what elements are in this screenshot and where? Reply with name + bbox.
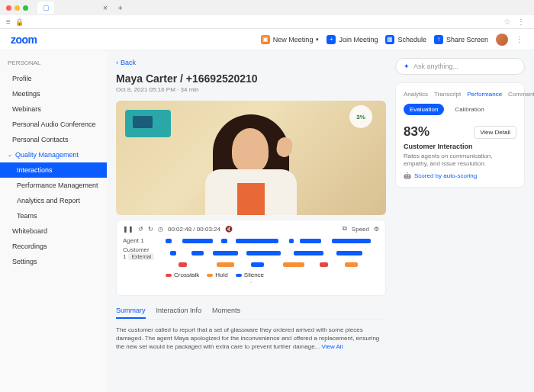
close-traffic-light[interactable] [6, 5, 11, 11]
panel-tab-analytics[interactable]: Analytics [404, 91, 428, 98]
panel-tab-performance[interactable]: Performance [467, 91, 502, 98]
pip-icon[interactable]: ⧉ [343, 225, 347, 233]
sidebar-item-quality-mgmt[interactable]: ⌄ Quality Management [0, 147, 107, 162]
track-agent-bars[interactable] [166, 239, 379, 243]
pill-evaluation[interactable]: Evaluation [404, 104, 444, 115]
track-customer-label: Customer 1External [123, 246, 161, 260]
auto-scoring-note: 🤖 Scored by auto-scoring [404, 172, 516, 179]
browser-menu-icon[interactable]: ⋮ [517, 18, 525, 26]
bookmark-star-icon[interactable]: ☆ [503, 17, 511, 27]
track-agent-label: Agent 1 [123, 237, 161, 244]
tab-moments[interactable]: Moments [212, 304, 240, 319]
new-tab-icon[interactable]: + [118, 4, 123, 12]
browser-tab[interactable]: ▢ [37, 2, 54, 14]
ask-input[interactable]: ✦ Ask anything... [395, 58, 525, 75]
agent-figure [205, 114, 297, 215]
max-traffic-light[interactable] [23, 5, 28, 11]
new-meeting-label: New Meeting [273, 36, 314, 43]
audio-player: ❚❚ ↺ ↻ ◷ 00:02:48 / 00:03:24 🔇 ⧉ Speed ⚙… [116, 220, 386, 296]
new-meeting-button[interactable]: ▣ New Meeting ▾ [261, 35, 320, 44]
min-traffic-light[interactable] [14, 5, 20, 11]
collapse-icon[interactable]: ⌃ [123, 281, 379, 288]
decor-card [125, 110, 171, 137]
sidebar-item-meetings[interactable]: Meetings [0, 86, 107, 101]
chevron-down-icon: ⌄ [8, 152, 12, 158]
sidebar-item-contacts[interactable]: Personal Contacts [0, 132, 107, 147]
track-customer-bars[interactable] [166, 251, 379, 255]
settings-icon[interactable]: ⚙ [374, 226, 379, 233]
browser-chrome: ▢ × + [0, 0, 534, 15]
track-events-bars[interactable] [166, 262, 379, 267]
sidebar-item-recordings[interactable]: Recordings [0, 239, 107, 254]
view-detail-button[interactable]: View Detail [474, 126, 516, 139]
schedule-button[interactable]: ▦ Schedule [385, 35, 426, 44]
zoom-logo[interactable]: zoom [11, 34, 37, 46]
back-link[interactable]: ‹ Back [116, 59, 136, 66]
detail-tabs: Summary Interaction Info Moments [116, 304, 386, 320]
chevron-left-icon: ‹ [116, 59, 118, 66]
sidebar-item-interactions[interactable]: Interactions [0, 162, 107, 178]
forward-icon[interactable]: ↻ [148, 226, 153, 233]
robot-icon: 🤖 [404, 172, 411, 179]
sidebar-item-settings[interactable]: Settings [0, 254, 107, 269]
ask-placeholder: Ask anything... [413, 63, 458, 70]
share-screen-label: Share Screen [446, 36, 488, 43]
sidebar-item-whiteboard[interactable]: Whiteboard [0, 223, 107, 239]
summary-text: The customer called to report that a set… [116, 326, 386, 352]
sidebar: PERSONAL Profile Meetings Webinars Perso… [0, 50, 107, 392]
video-icon: ▣ [261, 35, 270, 44]
lock-icon: 🔒 [15, 18, 24, 26]
volume-icon[interactable]: 🔇 [225, 226, 233, 233]
share-icon: ↑ [434, 35, 443, 44]
sidebar-item-audio-conf[interactable]: Personal Audio Conference [0, 117, 107, 132]
join-meeting-label: Join Meeting [339, 36, 378, 43]
sidebar-item-perf-mgmt[interactable]: Performance Management [0, 178, 107, 193]
address-bar[interactable]: ≡ 🔒 ☆ ⋮ [0, 15, 534, 29]
sidebar-item-analytics[interactable]: Analytics and Report [0, 193, 107, 208]
legend-hold: Hold [207, 272, 227, 278]
tab-close-icon[interactable]: × [103, 4, 108, 12]
performance-panel: Analytics Transcript Performance Comment… [395, 82, 525, 188]
plus-icon: + [327, 35, 336, 44]
view-all-link[interactable]: View All [322, 343, 343, 350]
user-avatar[interactable] [496, 34, 508, 46]
sidebar-item-webinars[interactable]: Webinars [0, 101, 107, 117]
video-thumbnail[interactable]: 3% [116, 101, 386, 215]
score-title: Customer Interaction [404, 143, 516, 150]
speed-button[interactable]: Speed [352, 226, 369, 233]
legend-crosstalk: Crosstalk [166, 272, 199, 278]
pill-calibration[interactable]: Calibration [449, 104, 490, 115]
legend-silence: Silence [236, 272, 264, 278]
score-value: 83% [404, 124, 429, 140]
header-menu-icon[interactable]: ⋮ [516, 35, 523, 43]
pause-icon[interactable]: ❚❚ [123, 226, 134, 233]
nav-menu-icon[interactable]: ≡ [6, 18, 11, 26]
sidebar-item-profile[interactable]: Profile [0, 71, 107, 86]
interaction-title: Maya Carter / +16692520210 [116, 72, 386, 85]
tab-summary[interactable]: Summary [116, 304, 146, 319]
chevron-down-icon: ▾ [316, 37, 319, 43]
back-label: Back [121, 59, 136, 66]
external-badge: External [128, 253, 154, 260]
rewind-icon[interactable]: ↺ [138, 226, 143, 233]
sidebar-section-label: PERSONAL [0, 58, 107, 68]
sparkle-icon: ✦ [404, 63, 410, 70]
score-desc: Rates agents on communication, empathy, … [404, 153, 516, 169]
calendar-icon: ▦ [385, 35, 394, 44]
share-screen-button[interactable]: ↑ Share Screen [434, 35, 488, 44]
join-meeting-button[interactable]: + Join Meeting [327, 35, 378, 44]
tab-interaction-info[interactable]: Interaction Info [156, 304, 202, 319]
panel-tab-transcript[interactable]: Transcript [434, 91, 461, 98]
interaction-meta: Oct 8, 2021 05:16 PM · 34 min [116, 86, 386, 93]
clock-icon[interactable]: ◷ [158, 226, 163, 233]
schedule-label: Schedule [397, 36, 426, 43]
sidebar-item-teams[interactable]: Teams [0, 208, 107, 223]
panel-tab-comments[interactable]: Comments [508, 91, 534, 98]
qm-label: Quality Management [15, 151, 79, 159]
playback-time: 00:02:48 / 00:03:24 [168, 226, 220, 233]
app-header: zoom ▣ New Meeting ▾ + Join Meeting ▦ Sc… [0, 29, 534, 50]
percent-bubble: 3% [349, 105, 372, 128]
